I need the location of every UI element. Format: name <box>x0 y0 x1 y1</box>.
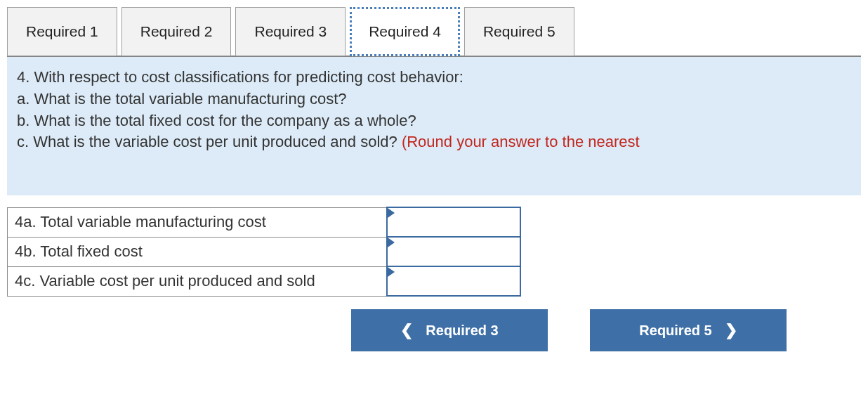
question-b: b. What is the total fixed cost for the … <box>17 110 851 132</box>
chevron-left-icon: ❮ <box>400 321 413 339</box>
question-c-text: c. What is the variable cost per unit pr… <box>17 133 402 150</box>
triangle-marker-icon <box>388 208 395 218</box>
table-row: 4b. Total fixed cost <box>8 237 520 266</box>
tab-required-2[interactable]: Required 2 <box>121 7 232 56</box>
prev-button-label: Required 3 <box>426 323 498 339</box>
question-c-hint: (Round your answer to the nearest <box>402 133 640 150</box>
question-panel: 4. With respect to cost classifications … <box>7 56 861 195</box>
input-cell-4b[interactable] <box>387 237 520 266</box>
input-4a[interactable] <box>388 208 520 236</box>
tab-required-4[interactable]: Required 4 <box>350 7 460 56</box>
tab-required-5[interactable]: Required 5 <box>464 7 574 56</box>
row-label-4b: 4b. Total fixed cost <box>8 237 387 266</box>
input-cell-4a[interactable] <box>387 207 520 237</box>
nav-buttons: ❮ Required 3 Required 5 ❯ <box>351 309 861 351</box>
input-4b[interactable] <box>388 238 520 266</box>
input-cell-4c[interactable] <box>387 266 520 296</box>
next-button[interactable]: Required 5 ❯ <box>590 309 787 351</box>
question-a: a. What is the total variable manufactur… <box>17 89 851 110</box>
answer-table: 4a. Total variable manufacturing cost 4b… <box>7 207 521 297</box>
table-row: 4c. Variable cost per unit produced and … <box>8 266 520 296</box>
triangle-marker-icon <box>388 238 395 247</box>
triangle-marker-icon <box>388 267 395 277</box>
tab-required-3[interactable]: Required 3 <box>235 7 346 56</box>
chevron-right-icon: ❯ <box>725 321 737 339</box>
row-label-4a: 4a. Total variable manufacturing cost <box>8 207 387 237</box>
tab-required-1[interactable]: Required 1 <box>7 7 117 56</box>
input-4c[interactable] <box>388 267 520 295</box>
question-c: c. What is the variable cost per unit pr… <box>17 131 851 153</box>
question-intro: 4. With respect to cost classifications … <box>17 67 851 89</box>
row-label-4c: 4c. Variable cost per unit produced and … <box>8 266 387 296</box>
tabs-bar: Required 1 Required 2 Required 3 Require… <box>7 7 861 56</box>
table-row: 4a. Total variable manufacturing cost <box>8 207 520 237</box>
next-button-label: Required 5 <box>639 323 711 339</box>
prev-button[interactable]: ❮ Required 3 <box>351 309 548 351</box>
